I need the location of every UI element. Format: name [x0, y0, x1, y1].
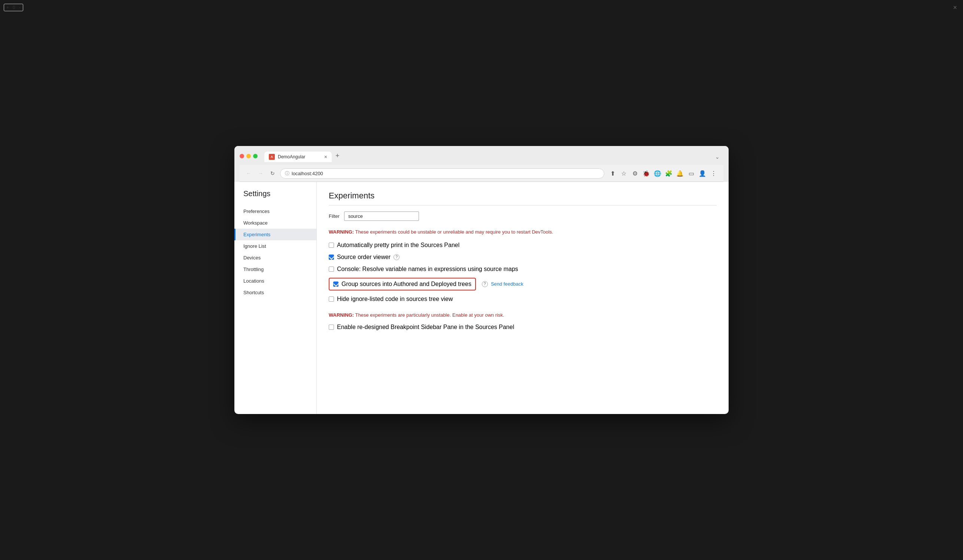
split-icon[interactable]: ▭: [686, 168, 696, 178]
browser-titlebar: A DemoAngular × + ⌄ ← → ↻ ⓘ loc: [234, 146, 729, 182]
warning-message-2: These experiments are particularly unsta…: [355, 312, 504, 318]
browser-window: A DemoAngular × + ⌄ ← → ↻ ⓘ loc: [234, 146, 729, 414]
address-bar[interactable]: ⓘ localhost:4200: [280, 168, 604, 178]
help-icon-source-order[interactable]: ?: [394, 254, 399, 260]
sidebar-item-workspace[interactable]: Workspace: [234, 217, 316, 229]
url-display: localhost:4200: [292, 171, 323, 176]
experiment-label-auto-pretty-print: Automatically pretty print in the Source…: [337, 242, 459, 249]
sidebar-item-preferences[interactable]: Preferences: [234, 206, 316, 217]
checkbox-hide-ignore-listed[interactable]: [329, 296, 334, 302]
tab-favicon: A: [269, 154, 275, 160]
forward-button[interactable]: →: [256, 169, 265, 178]
menu-icon[interactable]: ⋮: [708, 168, 719, 178]
browser-controls: A DemoAngular × + ⌄: [240, 150, 723, 162]
tab-close-button[interactable]: ×: [324, 154, 327, 160]
experiment-label-redesigned-breakpoint: Enable re-designed Breakpoint Sidebar Pa…: [337, 324, 514, 330]
web-icon[interactable]: 🌐: [652, 168, 663, 178]
settings-sidebar: Settings Preferences Workspace Experimen…: [234, 182, 317, 414]
toolbar-icons: ⬆ ☆ ⚙ 🐞 🌐 🧩 🔔 ▭ 👤 ⋮: [607, 168, 719, 178]
experiment-group-sources-highlight: Group sources into Authored and Deployed…: [329, 278, 476, 290]
experiment-source-order-viewer: Source order viewer ?: [329, 254, 717, 261]
secure-icon: ⓘ: [285, 170, 289, 177]
bug-icon[interactable]: 🐞: [641, 168, 652, 178]
experiment-label-source-order-viewer: Source order viewer: [337, 254, 391, 261]
settings-content: Experiments Filter WARNING: These experi…: [317, 182, 729, 414]
experiment-label-group-sources: Group sources into Authored and Deployed…: [342, 281, 472, 288]
settings-title: Settings: [234, 189, 316, 206]
traffic-light-yellow[interactable]: [246, 154, 251, 159]
checkbox-auto-pretty-print[interactable]: [329, 243, 334, 248]
reload-button[interactable]: ↻: [268, 169, 277, 178]
send-feedback-link[interactable]: Send feedback: [491, 281, 524, 287]
browser-navbar: ← → ↻ ⓘ localhost:4200 ⬆ ☆ ⚙ 🐞 🌐 🧩 🔔 ▭: [240, 165, 723, 182]
back-button[interactable]: ←: [244, 169, 253, 178]
experiment-label-hide-ignore-listed: Hide ignore-listed code in sources tree …: [337, 296, 453, 303]
experiment-group-sources-row: Group sources into Authored and Deployed…: [329, 278, 717, 290]
filter-row: Filter: [329, 212, 717, 221]
devtools-body: + 0 - × Settings Preferences Workspace E…: [234, 182, 729, 414]
warning-label-2: WARNING:: [329, 312, 354, 318]
experiment-auto-pretty-print: Automatically pretty print in the Source…: [329, 242, 717, 249]
sidebar-item-experiments[interactable]: Experiments: [234, 229, 316, 240]
sidebar-item-ignore-list[interactable]: Ignore List: [234, 240, 316, 252]
experiment-redesigned-breakpoint: Enable re-designed Breakpoint Sidebar Pa…: [329, 324, 717, 330]
checkbox-console-resolve[interactable]: [329, 267, 334, 272]
page-title: Experiments: [329, 191, 717, 206]
filter-input[interactable]: [344, 212, 419, 221]
warning-text-2: WARNING: These experiments are particula…: [329, 311, 717, 319]
tab-title: DemoAngular: [278, 154, 321, 159]
notification-icon[interactable]: 🔔: [675, 168, 685, 178]
traffic-light-green[interactable]: [253, 154, 258, 159]
traffic-light-red[interactable]: [240, 154, 244, 159]
traffic-lights: [240, 154, 258, 159]
experiment-hide-ignore-listed: Hide ignore-listed code in sources tree …: [329, 296, 717, 303]
experiment-console-resolve: Console: Resolve variable names in expre…: [329, 266, 717, 272]
experiment-label-console-resolve: Console: Resolve variable names in expre…: [337, 266, 518, 272]
sidebar-item-devices[interactable]: Devices: [234, 252, 316, 264]
profile-icon[interactable]: 👤: [697, 168, 708, 178]
bookmark-icon[interactable]: ☆: [619, 168, 629, 178]
checkbox-redesigned-breakpoint[interactable]: [329, 325, 334, 330]
warning-text-1: WARNING: These experiments could be unst…: [329, 228, 717, 236]
sidebar-item-shortcuts[interactable]: Shortcuts: [234, 287, 316, 298]
checkbox-source-order-viewer[interactable]: [329, 254, 334, 260]
active-tab[interactable]: A DemoAngular ×: [264, 152, 332, 162]
filter-label: Filter: [329, 214, 340, 219]
new-tab-button[interactable]: +: [332, 150, 343, 162]
sidebar-item-locations[interactable]: Locations: [234, 275, 316, 287]
help-icon-group-sources[interactable]: ?: [482, 281, 488, 287]
account-icon[interactable]: ⚙: [630, 168, 640, 178]
tab-bar: A DemoAngular × + ⌄: [264, 150, 723, 162]
extension-icon[interactable]: 🧩: [663, 168, 674, 178]
sidebar-item-throttling[interactable]: Throttling: [234, 264, 316, 275]
warning-message-1: These experiments could be unstable or u…: [355, 229, 553, 235]
share-icon[interactable]: ⬆: [607, 168, 618, 178]
tab-expand-button[interactable]: ⌄: [712, 152, 723, 162]
checkbox-group-sources[interactable]: [333, 282, 339, 287]
warning-label-1: WARNING:: [329, 229, 354, 235]
